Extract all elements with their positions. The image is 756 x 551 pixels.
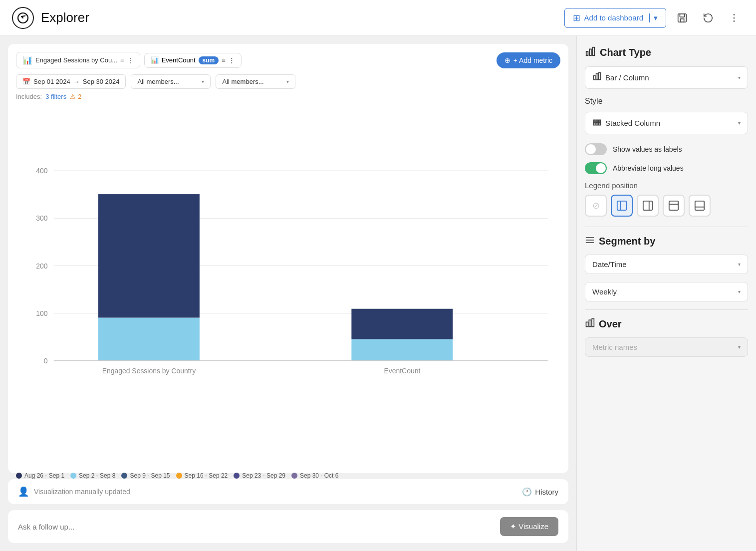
filter-bar: 📅 Sep 01 2024 → Sep 30 2024 All members.…: [16, 74, 560, 89]
add-dashboard-label: Add to dashboard: [584, 13, 643, 22]
metric2-filter-icon[interactable]: ≡: [222, 56, 226, 64]
svg-rect-27: [593, 120, 595, 122]
svg-text:400: 400: [36, 167, 48, 175]
group2-dropdown-arrow: ▾: [286, 79, 289, 84]
legend-label-4: Sep 23 - Sep 29: [242, 472, 285, 479]
legend-dot-5: [291, 473, 297, 479]
visualize-button[interactable]: ✦ Visualize: [500, 517, 558, 536]
legend-item-0: Aug 26 - Sep 1: [16, 472, 64, 479]
legend-dot-1: [70, 473, 76, 479]
metric1-filter-icon[interactable]: ≡: [120, 56, 124, 64]
segment-date-inner: Date/Time: [592, 260, 627, 269]
abbreviate-toggle[interactable]: [585, 162, 607, 174]
history-label: History: [535, 488, 558, 496]
add-dashboard-dropdown-arrow[interactable]: ▾: [649, 13, 658, 22]
show-values-label: Show values as labels: [613, 145, 682, 153]
legend-position-section: Legend position ⊘: [585, 181, 748, 217]
segment-weekly-dropdown-arrow: ▾: [738, 289, 741, 294]
legend-option-top[interactable]: [663, 195, 685, 217]
group-filter-2[interactable]: All members... ▾: [216, 74, 295, 89]
abbreviate-label: Abbreviate long values: [613, 164, 684, 172]
over-metric-select[interactable]: Metric names ▾: [585, 337, 748, 357]
filters-link[interactable]: 3 filters: [45, 93, 66, 100]
filters-info: Includes: 3 filters ⚠ 2: [16, 93, 560, 100]
header-actions: ⊞ Add to dashboard ▾: [564, 8, 744, 28]
legend-item-5: Sep 30 - Oct 6: [291, 472, 338, 479]
segment-date-value: Date/Time: [592, 260, 627, 269]
divider-1: [585, 227, 748, 227]
group1-label: All members...: [137, 78, 179, 85]
date-range-button[interactable]: 📅 Sep 01 2024 → Sep 30 2024: [16, 74, 126, 89]
legend-item-4: Sep 23 - Sep 29: [234, 472, 285, 479]
legend-option-bottom[interactable]: [689, 195, 711, 217]
segment-by-section: Segment by Date/Time ▾ Weekly ▾: [585, 235, 748, 301]
legend-dot-4: [234, 473, 240, 479]
metric-tab-2[interactable]: 📊 EventCount sum ≡ ⋮: [144, 53, 242, 68]
chart-type-select[interactable]: Bar / Column ▾: [585, 66, 748, 89]
legend-label-3: Sep 16 - Sep 22: [185, 472, 228, 479]
chart-legend: Aug 26 - Sep 1 Sep 2 - Sep 8 Sep 9 - Sep…: [16, 472, 560, 479]
metric2-name: EventCount: [162, 56, 196, 64]
history-icon: 🕐: [522, 487, 532, 497]
refresh-icon-button[interactable]: [698, 8, 718, 28]
add-metric-button[interactable]: ⊕ + Add metric: [497, 52, 560, 68]
legend-dot-0: [16, 473, 22, 479]
svg-rect-5: [680, 18, 684, 21]
segment-date-select[interactable]: Date/Time ▾: [585, 255, 748, 274]
style-select[interactable]: Stacked Column ▾: [585, 112, 748, 134]
chart-svg: 400 300 200 100 0: [16, 104, 560, 465]
legend-label-2: Sep 9 - Sep 15: [130, 472, 170, 479]
add-dashboard-button[interactable]: ⊞ Add to dashboard ▾: [564, 8, 666, 28]
warning-badge: ⚠ 2: [70, 93, 81, 100]
chart-type-value: Bar / Column: [605, 73, 649, 82]
save-icon-button[interactable]: [672, 8, 692, 28]
segment-weekly-select[interactable]: Weekly ▾: [585, 282, 748, 301]
segment-icon: [585, 235, 595, 248]
style-value: Stacked Column: [605, 119, 660, 127]
svg-point-6: [734, 14, 735, 15]
date-end: Sep 30 2024: [83, 78, 120, 85]
metric1-more-icon[interactable]: ⋮: [127, 56, 134, 64]
metric1-chart-icon: 📊: [22, 55, 32, 65]
group1-dropdown-arrow: ▾: [202, 79, 204, 84]
date-arrow-icon: →: [73, 78, 80, 85]
over-icon: [585, 318, 595, 330]
followup-input[interactable]: [18, 523, 500, 531]
segment-weekly-value: Weekly: [592, 287, 617, 296]
show-values-knob: [586, 144, 596, 154]
legend-label-5: Sep 30 - Oct 6: [300, 472, 338, 479]
svg-text:100: 100: [36, 309, 48, 317]
svg-rect-28: [596, 123, 598, 125]
bar2-bottom: [351, 339, 453, 361]
legend-option-right[interactable]: [637, 195, 659, 217]
left-panel: 📊 Engaged Sessions by Cou... ≡ ⋮ 📊 Event…: [0, 36, 576, 551]
svg-rect-29: [596, 120, 598, 122]
bar1-x-label: Engaged Sessions by Country: [102, 367, 196, 375]
legend-dot-2: [121, 473, 127, 479]
svg-point-8: [734, 20, 735, 22]
history-button[interactable]: 🕐 History: [522, 487, 558, 497]
over-metric-value: Metric names: [592, 343, 637, 351]
segment-date-dropdown-arrow: ▾: [738, 262, 741, 267]
segment-by-title: Segment by: [585, 235, 748, 248]
bar2-top: [351, 309, 453, 339]
visualize-label: ✦ Visualize: [510, 522, 548, 531]
show-values-toggle[interactable]: [585, 143, 607, 155]
legend-option-left[interactable]: [611, 195, 633, 217]
legend-option-none[interactable]: ⊘: [585, 195, 607, 217]
more-options-button[interactable]: [724, 8, 744, 28]
chart-type-select-inner: Bar / Column: [592, 72, 649, 83]
sum-badge: sum: [199, 56, 219, 64]
group-filter-1[interactable]: All members... ▾: [131, 74, 211, 89]
metric2-chart-icon: 📊: [151, 56, 159, 64]
viz-update-text: Visualization manually updated: [34, 488, 130, 496]
svg-rect-20: [586, 51, 588, 55]
metric2-more-icon[interactable]: ⋮: [229, 56, 235, 64]
metric-tab-1[interactable]: 📊 Engaged Sessions by Cou... ≡ ⋮: [16, 52, 140, 68]
svg-text:0: 0: [44, 357, 48, 365]
bar-column-icon: [592, 72, 601, 83]
app-logo: [12, 7, 34, 29]
style-dropdown-arrow: ▾: [738, 120, 741, 126]
legend-position-title: Legend position: [585, 181, 748, 190]
svg-rect-24: [596, 74, 598, 80]
